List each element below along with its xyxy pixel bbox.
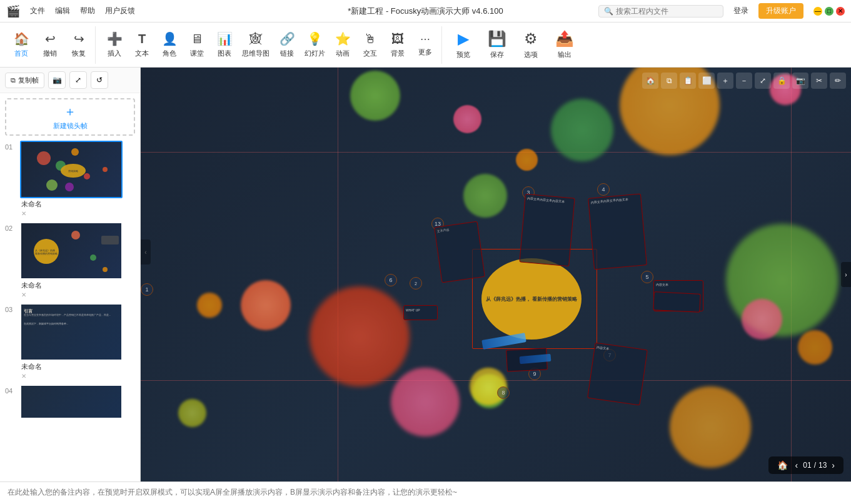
canvas-crop-btn[interactable]: ✂ <box>811 73 827 89</box>
slide-item-4[interactable]: 04 <box>5 385 135 419</box>
menu-file[interactable]: 文件 <box>30 6 45 16</box>
card-frame-3[interactable]: 内容文本内容文本内容文本 <box>519 194 575 267</box>
slide-num-3: 03 <box>5 303 16 313</box>
more-slide-button[interactable]: ↺ <box>91 71 108 89</box>
toolbar-export[interactable]: 📤 输出 <box>548 28 581 63</box>
slide-item-1[interactable]: 01 营销策略 <box>5 141 135 217</box>
slide-thumb-4[interactable] <box>20 385 123 419</box>
slide-item-2[interactable]: 02 从《薛兆远》热播，看新传播的营销策略 未命名 <box>5 222 135 298</box>
redo-icon: ↪ <box>74 31 84 46</box>
slide-label: 幻灯片 <box>305 49 325 58</box>
maximize-button[interactable]: □ <box>825 7 833 16</box>
toolbar-link[interactable]: 🔗 链接 <box>273 28 301 63</box>
node-5[interactable]: 5 <box>641 271 653 283</box>
app-icon: 🎬 <box>6 4 20 18</box>
nav-home-button[interactable]: 🏠 <box>775 459 790 471</box>
card-frame-13[interactable]: 文本内容 <box>434 221 485 283</box>
slide-thumb-1[interactable]: 营销策略 <box>20 141 123 198</box>
toolbar-interact[interactable]: 🖱 交互 <box>356 28 384 63</box>
card-frame-4[interactable]: 内容文本内容文本内容文本 <box>588 194 647 270</box>
search-icon: 🔍 <box>604 7 613 16</box>
interact-icon: 🖱 <box>364 32 376 46</box>
menu-help[interactable]: 帮助 <box>80 6 95 16</box>
node-2-badge: 2 <box>410 277 422 290</box>
canvas-zoom-in-btn[interactable]: ＋ <box>717 73 733 89</box>
toolbar-options[interactable]: ⚙ 选项 <box>515 28 547 63</box>
window-controls: — □ ✕ <box>813 7 845 16</box>
mindmap-icon: 🕸 <box>249 32 262 46</box>
new-frame-button[interactable]: ＋ 新建镜头帧 <box>5 98 135 136</box>
canvas-photo-btn[interactable]: 📷 <box>792 73 808 89</box>
canvas-copy-btn[interactable]: ⧉ <box>661 73 677 89</box>
copy-frame-button[interactable]: ⧉ 复制帧 <box>5 73 44 88</box>
center-mindmap-node[interactable]: 从《薛兆远》热播， 看新传播的营销策略 <box>481 258 582 340</box>
text-icon: T <box>138 32 146 46</box>
canvas-home-btn[interactable]: 🏠 <box>642 73 658 89</box>
toolbar-preview[interactable]: ▶ 预览 <box>447 28 480 63</box>
canvas-fit-btn[interactable]: ⤢ <box>755 73 771 89</box>
slide-thumb-wrap-3: 引言 在当今营业竞争激烈的市场环境中，产品营销已不再是简单地推广产品，而是...… <box>20 303 135 380</box>
expand-button[interactable]: ⤢ <box>69 71 87 89</box>
canvas-paste-btn[interactable]: 📋 <box>680 73 696 89</box>
toolbar-mindmap[interactable]: 🕸 思维导图 <box>238 28 273 63</box>
search-box[interactable]: 🔍 <box>598 5 723 18</box>
right-panel-collapse[interactable]: › <box>841 262 851 287</box>
toolbar-background[interactable]: 🖼 背景 <box>384 28 411 63</box>
toolbar-animation[interactable]: ⭐ 动画 <box>329 28 356 63</box>
toolbar-save[interactable]: 💾 保存 <box>481 28 513 63</box>
toolbar-more[interactable]: ⋯ 更多 <box>411 28 439 63</box>
slide-icons-2: ✕ <box>20 291 135 298</box>
main-area: ⧉ 复制帧 📷 ⤢ ↺ ＋ 新建镜头帧 01 <box>0 68 851 481</box>
nav-next-button[interactable]: › <box>829 459 837 471</box>
slide-thumb-2[interactable]: 从《薛兆远》热播，看新传播的营销策略 <box>20 222 123 280</box>
background-label: 背景 <box>391 49 405 58</box>
toolbar-insert[interactable]: ➕ 插入 <box>101 28 128 63</box>
slide-thumb-wrap-4 <box>20 385 135 419</box>
canvas-zoom-out-btn[interactable]: － <box>736 73 752 89</box>
canvas-frame-btn[interactable]: ⬜ <box>698 73 715 89</box>
toolbar-character[interactable]: 👤 角色 <box>156 28 183 63</box>
menu-edit[interactable]: 编辑 <box>55 6 70 16</box>
menu-feedback[interactable]: 用户反馈 <box>105 6 135 16</box>
toolbar-classroom[interactable]: 🖥 课堂 <box>183 28 211 63</box>
node-4[interactable]: 4 <box>597 183 610 196</box>
canvas-edit-btn[interactable]: ✏ <box>830 73 846 89</box>
chart-label: 图表 <box>218 49 231 58</box>
export-icon: 📤 <box>555 30 574 48</box>
toolbar-home[interactable]: 🏠 首页 <box>8 28 35 63</box>
preview-icon: ▶ <box>458 30 469 48</box>
home-icon: 🏠 <box>14 31 29 46</box>
node-1[interactable]: 1 <box>141 283 153 296</box>
toolbar-chart[interactable]: 📊 图表 <box>211 28 238 63</box>
card-frame-7[interactable]: 内容文本 <box>587 343 648 406</box>
toolbar-redo[interactable]: ↪ 恢复 <box>65 28 93 63</box>
toolbar-undo[interactable]: ↩ 撤销 <box>36 28 64 63</box>
slide-item-3[interactable]: 03 引言 在当今营业竞争激烈的市场环境中，产品营销已不再是简单地推广产品，而是… <box>5 303 135 380</box>
sidebar-collapse-button[interactable]: ‹ <box>141 239 151 265</box>
toolbar-slide[interactable]: 💡 幻灯片 <box>301 28 329 63</box>
slide-list: 01 营销策略 <box>0 141 140 481</box>
nav-prev-button[interactable]: ‹ <box>793 459 801 471</box>
card-frame-mini[interactable]: WHAT UP <box>403 305 438 320</box>
minimize-button[interactable]: — <box>813 7 822 16</box>
node-6[interactable]: 6 <box>385 274 397 286</box>
toolbar-text[interactable]: T 文本 <box>128 28 156 63</box>
slide-thumb-3[interactable]: 引言 在当今营业竞争激烈的市场环境中，产品营销已不再是简单地推广产品，而是...… <box>20 303 123 361</box>
search-input[interactable] <box>616 7 716 16</box>
notes-input[interactable] <box>0 482 838 504</box>
upgrade-button[interactable]: 升级账户 <box>758 3 803 19</box>
slide-icon-x1: ✕ <box>21 210 26 217</box>
card-text-13: 文本内容 <box>437 224 476 233</box>
titlebar-right: 🔍 登录 升级账户 — □ ✕ <box>598 3 845 19</box>
interact-label: 交互 <box>363 49 377 58</box>
slide-icon-x3: ✕ <box>21 373 26 380</box>
login-button[interactable]: 登录 <box>728 3 753 19</box>
card-frame-5b[interactable] <box>653 291 700 313</box>
canvas-lock-btn[interactable]: 🔒 <box>773 73 790 89</box>
canvas-area[interactable]: 从《薛兆远》热播， 看新传播的营销策略 1 6 2 13 3 4 5 7 9 8… <box>141 68 851 481</box>
toolbar-group-publish: ▶ 预览 💾 保存 ⚙ 选项 📤 输出 <box>445 26 583 64</box>
slide-num-1: 01 <box>5 141 16 151</box>
node-8[interactable]: 8 <box>497 386 510 399</box>
close-button[interactable]: ✕ <box>836 7 845 16</box>
camera-button[interactable]: 📷 <box>48 71 66 89</box>
